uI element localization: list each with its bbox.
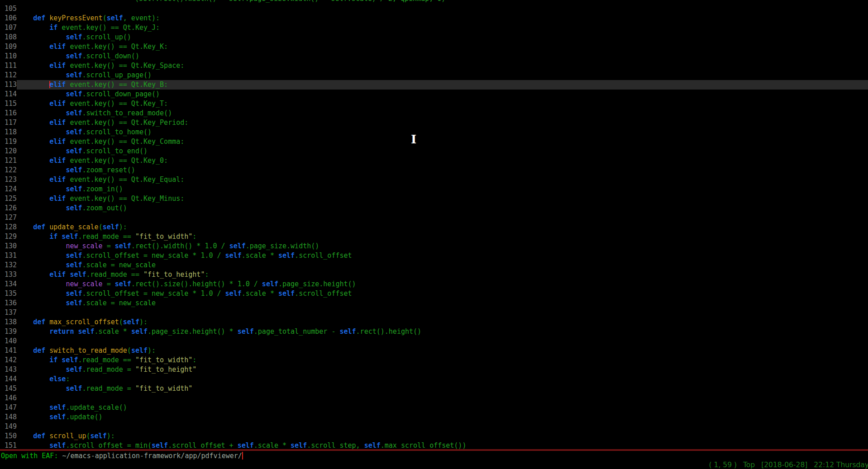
line-content: elif event.key() == Qt.Key_Minus: [17,194,868,204]
code-line-105[interactable]: 105 [0,4,868,14]
minibuffer-input[interactable]: ~/emacs-application-framework/app/pdfvie… [62,452,242,460]
code-line-131[interactable]: 131 self.scroll_offset = new_scale * 1.0… [0,251,868,261]
line-number: 119 [5,137,17,147]
code-line-146[interactable]: 146 [0,393,868,403]
line-number: 130 [5,242,17,251]
partial-clipped-line: (self.rect().width() - self.page_size.wi… [0,0,868,4]
code-line-136[interactable]: 136 self.scale = new_scale [0,298,868,308]
code-lines: 105106 def keyPressEvent(self, event):10… [0,4,868,449]
code-line-132[interactable]: 132 self.scale = new_scale [0,261,868,270]
code-line-149[interactable]: 149 [0,422,868,431]
line-content: elif event.key() == Qt.Key_B: [17,80,868,90]
line-number: 137 [5,308,17,317]
code-line-119[interactable]: 119 elif event.key() == Qt.Key_Comma: [0,137,868,147]
code-line-124[interactable]: 124 self.zoom_in() [0,185,868,194]
code-line-109[interactable]: 109 elif event.key() == Qt.Key_K: [0,42,868,52]
line-number: 112 [5,71,17,80]
line-number: 113 [5,80,17,90]
line-content: self.update_scale() [17,403,868,412]
code-line-128[interactable]: 128 def update_scale(self): [0,223,868,232]
line-number: 129 [5,232,17,242]
code-line-150[interactable]: 150 def scroll_up(self): [0,431,868,441]
line-content: self.zoom_reset() [17,166,868,175]
line-number: 105 [5,4,17,14]
code-line-114[interactable]: 114 self.scroll_down_page() [0,90,868,99]
text-cursor [242,452,243,460]
code-line-147[interactable]: 147 self.update_scale() [0,403,868,412]
code-line-115[interactable]: 115 elif event.key() == Qt.Key_T: [0,99,868,109]
line-content: self.scroll_offset = new_scale * 1.0 / s… [17,251,868,261]
line-content: self.scroll_up_page() [17,71,868,80]
status-scroll: Top [743,461,755,469]
code-line-107[interactable]: 107 if event.key() == Qt.Key_J: [0,23,868,33]
code-line-133[interactable]: 133 elif self.read_mode == "fit_to_heigh… [0,270,868,280]
code-line-106[interactable]: 106 def keyPressEvent(self, event): [0,14,868,23]
code-line-116[interactable]: 116 self.switch_to_read_mode() [0,109,868,118]
code-line-148[interactable]: 148 self.update() [0,412,868,422]
line-content: self.zoom_out() [17,204,868,213]
line-number: 125 [5,194,17,204]
line-content: if self.read_mode == "fit_to_width": [17,232,868,242]
code-line-117[interactable]: 117 elif event.key() == Qt.Key_Period: [0,118,868,128]
line-content: elif event.key() == Qt.Key_T: [17,99,868,109]
line-number: 132 [5,261,17,270]
code-line-151[interactable]: 151 self.scroll_offset = min(self.scroll… [0,441,868,449]
code-line-126[interactable]: 126 self.zoom_out() [0,204,868,213]
line-content: elif event.key() == Qt.Key_Period: [17,118,868,128]
code-line-143[interactable]: 143 self.read_mode = "fit_to_height" [0,365,868,374]
code-line-125[interactable]: 125 elif event.key() == Qt.Key_Minus: [0,194,868,204]
minibuffer[interactable]: Open with EAF: ~/emacs-application-frame… [0,451,868,461]
line-content: new_scale = self.rect().width() * 1.0 / … [17,242,868,251]
code-line-130[interactable]: 130 new_scale = self.rect().width() * 1.… [0,242,868,251]
code-line-112[interactable]: 112 self.scroll_up_page() [0,71,868,80]
line-number: 144 [5,374,17,384]
line-number: 116 [5,109,17,118]
code-line-111[interactable]: 111 elif event.key() == Qt.Key_Space: [0,61,868,71]
line-content [17,393,868,403]
code-line-139[interactable]: 139 return self.scale * self.page_size.h… [0,327,868,336]
code-line-118[interactable]: 118 self.scroll_to_home() [0,128,868,137]
line-content: self.read_mode = "fit_to_height" [17,365,868,374]
line-content: self.update() [17,412,868,422]
line-content [17,213,868,223]
code-line-108[interactable]: 108 self.scroll_up() [0,33,868,42]
line-number: 117 [5,118,17,128]
line-content: def update_scale(self): [17,223,868,232]
code-line-129[interactable]: 129 if self.read_mode == "fit_to_width": [0,232,868,242]
line-content: def max_scroll_offset(self): [17,317,868,327]
code-line-127[interactable]: 127 [0,213,868,223]
code-line-140[interactable]: 140 [0,336,868,346]
line-number: 115 [5,99,17,109]
line-number: 140 [5,336,17,346]
line-number: 148 [5,412,17,422]
code-line-134[interactable]: 134 new_scale = self.rect().size().heigh… [0,280,868,289]
code-line-120[interactable]: 120 self.scroll_to_end() [0,147,868,156]
footer: Open with EAF: ~/emacs-application-frame… [0,449,868,469]
line-number: 110 [5,52,17,61]
code-line-138[interactable]: 138 def max_scroll_offset(self): [0,317,868,327]
code-line-113[interactable]: 113 elif event.key() == Qt.Key_B: [0,80,868,90]
line-number: 149 [5,422,17,431]
code-line-141[interactable]: 141 def switch_to_read_mode(self): [0,346,868,355]
editor-buffer[interactable]: (self.rect().width() - self.page_size.wi… [0,0,868,449]
line-content: def scroll_up(self): [17,431,868,441]
line-number: 150 [5,431,17,441]
line-content: self.scroll_down_page() [17,90,868,99]
code-line-142[interactable]: 142 if self.read_mode == "fit_to_width": [0,355,868,365]
code-line-137[interactable]: 137 [0,308,868,317]
line-content: return self.scale * self.page_size.heigh… [17,327,868,336]
code-line-121[interactable]: 121 elif event.key() == Qt.Key_0: [0,156,868,166]
line-number: 128 [5,223,17,232]
line-number: 124 [5,185,17,194]
line-number: 134 [5,280,17,289]
line-content: elif event.key() == Qt.Key_Equal: [17,175,868,185]
line-content [17,422,868,431]
line-content: self.zoom_in() [17,185,868,194]
code-line-144[interactable]: 144 else: [0,374,868,384]
code-line-135[interactable]: 135 self.scroll_offset = new_scale * 1.0… [0,289,868,298]
code-line-123[interactable]: 123 elif event.key() == Qt.Key_Equal: [0,175,868,185]
code-line-122[interactable]: 122 self.zoom_reset() [0,166,868,175]
code-line-145[interactable]: 145 self.read_mode = "fit_to_width" [0,384,868,393]
code-line-110[interactable]: 110 self.scroll_down() [0,52,868,61]
line-content: new_scale = self.rect().size().height() … [17,280,868,289]
